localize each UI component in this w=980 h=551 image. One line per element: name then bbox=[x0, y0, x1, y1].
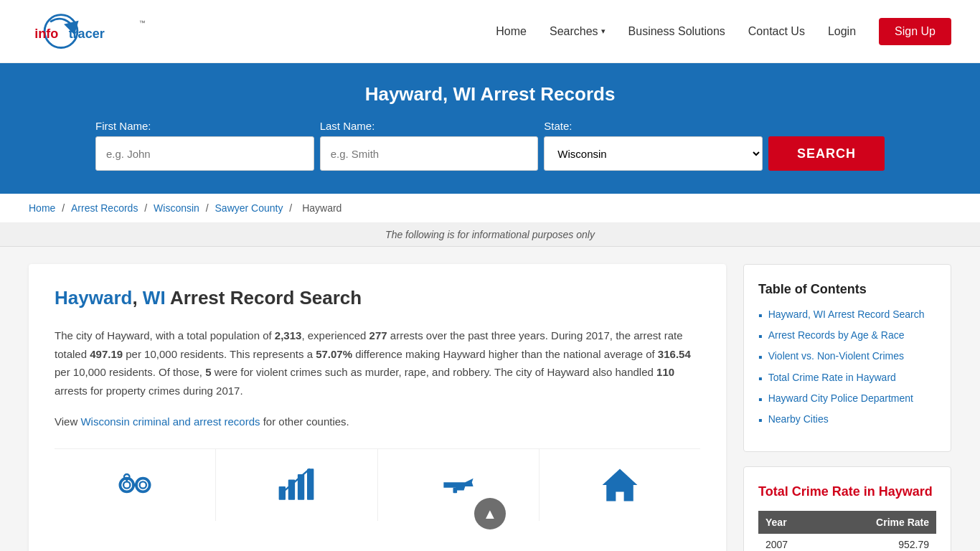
toc-title: Table of Contents bbox=[758, 282, 936, 297]
icons-row bbox=[55, 448, 700, 521]
crime-table-row-2007: 2007 952.79 bbox=[758, 534, 936, 551]
search-button[interactable]: SEARCH bbox=[768, 136, 885, 171]
toc-item-3: Violent vs. Non-Violent Crimes bbox=[758, 350, 936, 364]
pct-diff-value: 57.07% bbox=[316, 348, 352, 360]
breadcrumb-sep-4: / bbox=[289, 202, 295, 214]
breadcrumb: Home / Arrest Records / Wisconsin / Sawy… bbox=[0, 194, 980, 223]
svg-text:info: info bbox=[34, 27, 58, 41]
nav-signup[interactable]: Sign Up bbox=[879, 18, 951, 45]
house-icon bbox=[598, 463, 641, 507]
toc-item-4: Total Crime Rate in Hayward bbox=[758, 372, 936, 385]
header: info tracer ™ Home Searches ▾ Business S… bbox=[0, 0, 980, 63]
content-left: Hayward, WI Arrest Record Search The cit… bbox=[29, 264, 726, 551]
last-name-group: Last Name: bbox=[320, 120, 539, 171]
col-year: Year bbox=[758, 511, 821, 534]
breadcrumb-wisconsin[interactable]: Wisconsin bbox=[154, 202, 199, 214]
state-group: State: Wisconsin bbox=[544, 120, 763, 171]
toc-item-6: Nearby Cities bbox=[758, 413, 936, 427]
breadcrumb-sawyer-county[interactable]: Sawyer County bbox=[215, 202, 283, 214]
toc-item-2: Arrest Records by Age & Race bbox=[758, 329, 936, 343]
view-records-paragraph: View Wisconsin criminal and arrest recor… bbox=[55, 413, 700, 431]
crime-rate-title: Total Crime Rate in Hayward bbox=[758, 484, 936, 499]
handcuffs-icon bbox=[113, 463, 156, 507]
nav-login[interactable]: Login bbox=[828, 25, 856, 38]
arrest-rate-value: 497.19 bbox=[90, 348, 123, 360]
toc-item-1: Hayward, WI Arrest Record Search bbox=[758, 309, 936, 322]
breadcrumb-home[interactable]: Home bbox=[29, 202, 55, 214]
chart-icon bbox=[275, 463, 318, 507]
gun-icon bbox=[437, 463, 480, 507]
breadcrumb-sep-1: / bbox=[62, 202, 67, 214]
paragraph2-suffix: for other counties. bbox=[260, 415, 349, 428]
crime-rate-box: Total Crime Rate in Hayward Year Crime R… bbox=[743, 466, 951, 551]
heading-hayward: Hayward bbox=[55, 287, 132, 309]
col-crime-rate: Crime Rate bbox=[821, 511, 936, 534]
nav-home[interactable]: Home bbox=[496, 25, 527, 38]
violent-value: 5 bbox=[205, 366, 211, 378]
searches-chevron-icon: ▾ bbox=[601, 27, 606, 36]
search-banner: Hayward, WI Arrest Records First Name: L… bbox=[0, 63, 980, 194]
banner-title: Hayward, WI Arrest Records bbox=[29, 83, 951, 105]
nav-contact-us[interactable]: Contact Us bbox=[748, 25, 805, 38]
toc-link-4[interactable]: Total Crime Rate in Hayward bbox=[768, 372, 896, 383]
svg-text:™: ™ bbox=[139, 19, 146, 27]
nav-searches-container: Searches ▾ bbox=[550, 25, 606, 38]
breadcrumb-hayward: Hayward bbox=[302, 202, 341, 214]
toc-link-2[interactable]: Arrest Records by Age & Race bbox=[768, 329, 905, 341]
svg-marker-15 bbox=[603, 468, 638, 501]
rate-2007: 952.79 bbox=[821, 534, 936, 551]
main-nav: Home Searches ▾ Business Solutions Conta… bbox=[496, 18, 951, 45]
sidebar: Table of Contents Hayward, WI Arrest Rec… bbox=[743, 264, 951, 551]
heading-wi: WI bbox=[143, 287, 166, 309]
nav-business-solutions[interactable]: Business Solutions bbox=[628, 25, 725, 38]
first-name-group: First Name: bbox=[95, 120, 314, 171]
icon-cell-arrest bbox=[55, 449, 216, 521]
paragraph2-prefix: View bbox=[55, 415, 80, 428]
heading-rest: Arrest Record Search bbox=[170, 287, 362, 309]
population-value: 2,313 bbox=[275, 329, 302, 342]
first-name-input[interactable] bbox=[95, 136, 314, 171]
toc-box: Table of Contents Hayward, WI Arrest Rec… bbox=[743, 264, 951, 452]
arrests-value: 277 bbox=[369, 329, 387, 342]
svg-point-5 bbox=[136, 478, 150, 491]
icon-cell-house bbox=[540, 449, 700, 521]
toc-link-5[interactable]: Hayward City Police Department bbox=[768, 392, 913, 404]
info-banner-text: The following is for informational purpo… bbox=[385, 229, 595, 240]
page-heading: Hayward, WI Arrest Record Search bbox=[55, 287, 700, 309]
breadcrumb-sep-2: / bbox=[144, 202, 150, 214]
crime-table-header-row: Year Crime Rate bbox=[758, 511, 936, 534]
info-banner: The following is for informational purpo… bbox=[0, 223, 980, 247]
breadcrumb-sep-3: / bbox=[206, 202, 212, 214]
national-avg-value: 316.54 bbox=[658, 348, 691, 360]
svg-rect-12 bbox=[307, 468, 314, 499]
breadcrumb-arrest-records[interactable]: Arrest Records bbox=[71, 202, 138, 214]
toc-list: Hayward, WI Arrest Record Search Arrest … bbox=[758, 309, 936, 427]
svg-rect-14 bbox=[453, 487, 457, 493]
toc-item-5: Hayward City Police Department bbox=[758, 392, 936, 406]
scroll-top-button[interactable]: ▲ bbox=[474, 498, 506, 529]
search-form: First Name: Last Name: State: Wisconsin … bbox=[95, 120, 885, 171]
svg-point-7 bbox=[140, 481, 146, 488]
state-select[interactable]: Wisconsin bbox=[544, 136, 763, 171]
svg-point-6 bbox=[123, 481, 130, 488]
svg-text:tracer: tracer bbox=[69, 27, 105, 41]
property-value: 110 bbox=[656, 366, 674, 378]
year-2007: 2007 bbox=[758, 534, 821, 551]
crime-rate-table: Year Crime Rate 2007 952.79 bbox=[758, 511, 936, 551]
intro-paragraph: The city of Hayward, with a total popula… bbox=[55, 326, 700, 400]
logo[interactable]: info tracer ™ bbox=[29, 10, 158, 53]
nav-searches[interactable]: Searches bbox=[550, 25, 598, 38]
icon-cell-chart bbox=[216, 449, 377, 521]
last-name-label: Last Name: bbox=[320, 120, 539, 132]
toc-link-6[interactable]: Nearby Cities bbox=[768, 413, 829, 425]
toc-link-3[interactable]: Violent vs. Non-Violent Crimes bbox=[768, 350, 904, 362]
icon-cell-gun bbox=[378, 449, 540, 521]
first-name-label: First Name: bbox=[95, 120, 314, 132]
toc-link-1[interactable]: Hayward, WI Arrest Record Search bbox=[768, 309, 925, 320]
last-name-input[interactable] bbox=[320, 136, 539, 171]
wi-records-link[interactable]: Wisconsin criminal and arrest records bbox=[80, 415, 260, 428]
state-label: State: bbox=[544, 120, 763, 132]
